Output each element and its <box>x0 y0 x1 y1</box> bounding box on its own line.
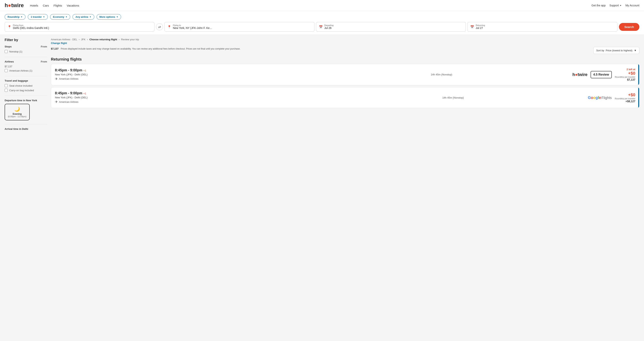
nav-flights[interactable]: Flights <box>54 4 62 7</box>
departure-divider <box>5 124 47 124</box>
nav-cars[interactable]: Cars <box>43 4 49 7</box>
moon-icon: 🌙 <box>7 106 27 112</box>
breadcrumb-step2: Choose returning flight <box>90 38 117 41</box>
flight-card-2[interactable]: 8:45pm - 9:00pm +1 New York (JFK) - Delh… <box>51 87 639 108</box>
price-description: Prices displayed include taxes and may c… <box>61 48 240 50</box>
stops-filter-section: Stops From Nonstop (1) <box>5 45 47 53</box>
flight-2-roundtrip-label: Roundtrip per traveler <box>615 98 635 100</box>
section-title: Returning flights <box>51 57 639 62</box>
travelers-chevron-icon: ▼ <box>43 16 45 18</box>
sidebar: Filter by Stops From Nonstop (1) Airline… <box>5 38 47 134</box>
filter-row: Roundtrip ▼ 1 traveler ▼ Economy ▼ Any a… <box>5 14 639 20</box>
roundtrip-chevron-icon: ▼ <box>21 16 22 18</box>
main-nav: Hotels Cars Flights Vacations <box>30 4 79 7</box>
roundtrip-filter[interactable]: Roundtrip ▼ <box>5 14 26 20</box>
returning-input[interactable]: 📅 Returning Jul 27 <box>468 22 617 32</box>
from-price: $7,137 <box>51 47 58 50</box>
flight-2-airline: American Airlines <box>59 100 78 104</box>
search-button[interactable]: Search <box>619 23 639 31</box>
flight-2-accent-bar <box>638 87 639 108</box>
cabin-filter[interactable]: Economy ▼ <box>50 14 70 20</box>
flight-2-plusdays: +1 <box>83 92 86 95</box>
google-g2: g <box>596 96 598 100</box>
flying-from-input[interactable]: 📍 Flying from Delhi (DEL-Indira Gandhi I… <box>5 22 154 32</box>
main-content: Filter by Stops From Nonstop (1) Airline… <box>0 35 644 137</box>
flight-2-total-price: +$8,127 <box>615 100 635 103</box>
sort-dropdown[interactable]: Sort by Price (lowest to highest) ▼ <box>593 47 639 54</box>
calendar-departing-icon: 📅 <box>319 25 323 29</box>
my-account-link[interactable]: My Account <box>626 4 639 7</box>
nonstop-label: Nonstop (1) <box>9 50 22 53</box>
change-flight-link[interactable]: Change flight <box>51 42 639 44</box>
flight-2-airline-icon: ✈ <box>55 100 58 104</box>
carry-on-checkbox[interactable] <box>5 89 8 92</box>
breadcrumb: American Airlines · DEL → JFK › Choose r… <box>51 38 639 41</box>
evening-sublabel: (6:00pm - 11:59pm) <box>7 115 27 118</box>
travelers-filter[interactable]: 1 traveler ▼ <box>28 14 48 20</box>
google-e: e <box>599 96 601 100</box>
flight-2-route: New York (JFK) - Delhi (DEL) <box>55 96 318 99</box>
hotwire-logo-container: h●twire <box>572 72 588 77</box>
nav-hotels[interactable]: Hotels <box>30 4 38 7</box>
flight-2-airline-row: ✈ American Airlines <box>55 100 318 104</box>
sort-label: Sort by <box>596 49 604 52</box>
flight-1-center: 14h 45m (Nonstop) <box>314 73 570 76</box>
flight-1-roundtrip-label: Roundtrip per traveler <box>615 76 635 78</box>
arrival-time-label: Arrival time in Delhi <box>5 128 28 130</box>
header-left: h●twire Hotels Cars Flights Vacations <box>5 2 79 8</box>
seat-choice-filter-item: Seat choice included <box>5 84 47 87</box>
content-area: American Airlines · DEL → JFK › Choose r… <box>51 38 639 134</box>
flight-2-center: 14h 45m (Nonstop) <box>322 96 585 99</box>
american-airlines-checkbox[interactable] <box>5 69 8 72</box>
flight-2-time: 8:45pm - 9:00pm +1 <box>55 91 318 95</box>
flight-1-airline-row: ✈ American Airlines <box>55 77 310 81</box>
breadcrumb-arrow2-icon: › <box>118 38 119 41</box>
flying-to-input[interactable]: 📍 Flying to New York, NY (JFK-John F. Ke… <box>164 22 314 32</box>
location-from-icon: 📍 <box>8 25 12 29</box>
flight-2-right: G o o g l e Flights +$0 Roundtrip per tr… <box>588 92 635 103</box>
support-link[interactable]: Support ▼ <box>610 4 622 7</box>
filter-title: Filter by <box>5 38 47 42</box>
airline-chevron-icon: ▼ <box>90 16 92 18</box>
google-g: G <box>588 96 591 100</box>
evening-time-card[interactable]: 🌙 Evening (6:00pm - 11:59pm) <box>5 104 30 120</box>
departure-time-label: Departure time in New York <box>5 99 37 102</box>
sort-value: Price (lowest to highest) <box>606 49 632 52</box>
flight-1-right: h●twire 4.5 Review 2 left at +$0 Roundtr… <box>572 68 635 81</box>
american-airlines-icon: ✈ <box>55 77 58 81</box>
more-options-filter[interactable]: More options ▼ <box>96 14 121 20</box>
departure-time-section: Departure time in New York 🌙 Evening (6:… <box>5 99 47 120</box>
swap-button[interactable]: ⇄ <box>156 23 163 30</box>
departing-input[interactable]: 📅 Departing Jul 26 <box>316 22 466 32</box>
nonstop-checkbox[interactable] <box>5 50 8 53</box>
flight-2-left: 8:45pm - 9:00pm +1 New York (JFK) - Delh… <box>55 91 318 104</box>
sort-chevron-icon: ▼ <box>634 49 636 52</box>
flight-card-1[interactable]: 8:45pm - 9:00pm +1 New York (JFK) - Delh… <box>51 64 639 85</box>
header: h●twire Hotels Cars Flights Vacations Ge… <box>0 0 644 11</box>
flight-1-accent-bar <box>638 64 639 85</box>
cabin-chevron-icon: ▼ <box>65 16 67 18</box>
flight-1-plusdays: +1 <box>83 69 86 72</box>
breadcrumb-step1: American Airlines · DEL → JFK <box>51 38 86 41</box>
header-right: Get the app Support ▼ My Account <box>592 4 640 7</box>
support-chevron-icon: ▼ <box>620 4 622 6</box>
carry-on-label: Carry-on bag included <box>9 89 34 92</box>
american-airlines-label: American Airlines (1) <box>9 69 32 72</box>
price-info-left: $7,137 Prices displayed include taxes an… <box>51 47 590 51</box>
nav-vacations[interactable]: Vacations <box>67 4 79 7</box>
evening-label: Evening <box>7 113 27 115</box>
airlines-price: $7,137 <box>5 65 47 68</box>
flight-1-leftlabel: 2 left at <box>615 68 635 71</box>
more-options-chevron-icon: ▼ <box>116 16 118 18</box>
location-to-icon: 📍 <box>167 25 171 29</box>
airline-filter[interactable]: Any airline ▼ <box>72 14 94 20</box>
google-flights-text: Flights <box>602 96 612 100</box>
get-app-link[interactable]: Get the app <box>592 4 606 7</box>
baggage-filter-section: Travel and baggage Seat choice included … <box>5 79 47 92</box>
seat-choice-checkbox[interactable] <box>5 84 8 87</box>
hotwire-logo: h●twire <box>572 72 588 77</box>
flight-1-add-price: +$0 <box>615 71 635 76</box>
flight-2-add-price: +$0 <box>615 92 635 98</box>
logo: h●twire <box>5 2 24 8</box>
flight-2-price-col: +$0 Roundtrip per traveler +$8,127 <box>615 92 635 103</box>
